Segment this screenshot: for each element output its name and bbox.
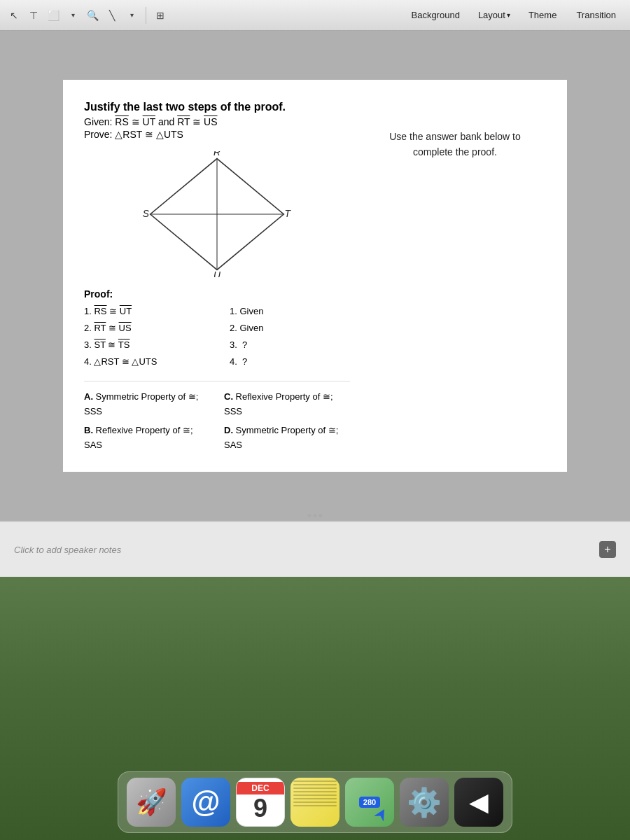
maps-content: 280 <box>345 778 394 827</box>
given-line: Given: RS ≅ UT and RT ≅ US <box>84 116 350 127</box>
line-dropdown-icon[interactable]: ▾ <box>123 7 140 24</box>
maps-number-badge: 280 <box>359 797 380 808</box>
image-tool-icon[interactable]: 🔍 <box>84 7 101 24</box>
add-slide-button[interactable]: + <box>599 541 616 558</box>
toolbar: ↖ ⊤ ⬜ ▾ 🔍 ╲ ▾ ⊞ Background Layout ▾ Them… <box>0 0 630 31</box>
layout-button[interactable]: Layout ▾ <box>471 7 517 23</box>
note-line-7 <box>293 802 337 803</box>
background-button[interactable]: Background <box>402 7 468 23</box>
dock-media-icon[interactable]: ◀ <box>454 778 503 827</box>
table-icon[interactable]: ⊞ <box>152 7 169 24</box>
svg-text:R: R <box>214 151 220 158</box>
proof-statement-4: 4. △RST ≅ △UTS <box>84 354 224 370</box>
dot-1 <box>308 514 312 517</box>
note-line-3 <box>293 788 337 789</box>
text-tool-icon[interactable]: ⊤ <box>25 7 42 24</box>
calendar-month: DEC <box>237 782 284 794</box>
calendar-day: 9 <box>253 794 267 822</box>
dock-bar: 🚀 @ DEC 9 280 <box>118 771 512 833</box>
line-tool-icon[interactable]: ╲ <box>104 7 120 24</box>
proof-table: 1. RS ≅ UT 1. Given 2. RT ≅ US 2. Given … <box>84 304 350 370</box>
slide[interactable]: Justify the last two steps of the proof.… <box>63 80 567 472</box>
dot-3 <box>319 514 323 517</box>
dock-mail-icon[interactable]: @ <box>181 778 230 827</box>
svg-text:U: U <box>214 270 220 277</box>
answer-bank: A. Symmetric Property of ≅; SSS C. Refle… <box>84 381 350 452</box>
slide-area: Justify the last two steps of the proof.… <box>0 31 630 521</box>
proof-statement-1: 1. RS ≅ UT <box>84 304 224 319</box>
note-line-4 <box>293 791 337 792</box>
dropdown-arrow-icon[interactable]: ▾ <box>64 7 81 24</box>
dock-launchpad-icon[interactable]: 🚀 <box>127 778 176 827</box>
proof-reason-2: 2. Given <box>230 321 328 336</box>
geometry-figure: R S T U <box>140 151 294 277</box>
note-line-2 <box>293 784 337 785</box>
speaker-notes-area[interactable]: Click to add speaker notes + <box>0 521 630 577</box>
proof-section: Proof: 1. RS ≅ UT 1. Given 2. RT ≅ US 2.… <box>84 288 350 370</box>
proof-reason-4: 4. ? <box>230 354 328 370</box>
answer-option-d: D. Symmetric Property of ≅; SAS <box>224 424 350 453</box>
answer-option-b: B. Reflexive Property of ≅; SAS <box>84 424 210 453</box>
note-line-8 <box>293 805 337 806</box>
toolbar-separator <box>146 7 146 24</box>
slide-title: Justify the last two steps of the proof. <box>84 101 350 113</box>
dock-calendar-icon[interactable]: DEC 9 <box>236 778 285 827</box>
notes-resize-handle[interactable] <box>308 514 323 517</box>
proof-reason-3: 3. ? <box>230 337 328 353</box>
svg-text:S: S <box>143 209 150 219</box>
answer-option-a: A. Symmetric Property of ≅; SSS <box>84 390 210 419</box>
transition-button[interactable]: Transition <box>568 7 624 23</box>
proof-statement-3: 3. ST ≅ TS <box>84 337 224 353</box>
svg-text:T: T <box>284 209 291 219</box>
dot-2 <box>314 514 317 517</box>
note-line-1 <box>293 780 337 782</box>
note-line-6 <box>293 798 337 799</box>
dock: 🚀 @ DEC 9 280 <box>0 577 630 840</box>
theme-button[interactable]: Theme <box>520 7 565 23</box>
shape-tool-icon[interactable]: ⬜ <box>45 7 62 24</box>
slide-right-content: Use the answer bank below to complete th… <box>364 101 546 160</box>
dock-maps-icon[interactable]: 280 <box>345 778 394 827</box>
cursor-tool-icon[interactable]: ↖ <box>6 7 22 24</box>
svg-marker-7 <box>374 807 388 821</box>
proof-statement-2: 2. RT ≅ US <box>84 321 224 336</box>
answer-bank-instruction: Use the answer bank below to complete th… <box>389 129 521 160</box>
notes-lines-decoration <box>293 780 337 808</box>
proof-title: Proof: <box>84 288 350 300</box>
proof-reason-1: 1. Given <box>230 304 328 319</box>
dock-settings-icon[interactable]: ⚙️ <box>400 778 449 827</box>
answer-option-c: C. Reflexive Property of ≅; SSS <box>224 390 350 419</box>
note-line-5 <box>293 794 337 796</box>
prove-line: Prove: △RST ≅ △UTS <box>84 129 350 140</box>
slide-left-content: Justify the last two steps of the proof.… <box>84 101 350 453</box>
dock-notes-icon[interactable] <box>290 778 340 827</box>
speaker-notes-placeholder[interactable]: Click to add speaker notes <box>14 545 121 555</box>
